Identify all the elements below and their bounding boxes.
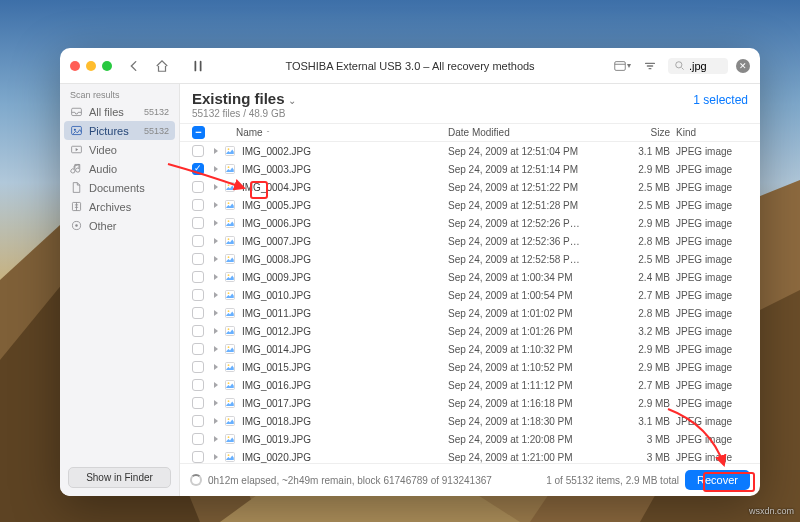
row-checkbox[interactable]: [192, 271, 204, 283]
svg-point-39: [228, 364, 230, 366]
sidebar-item-all-files[interactable]: All files55132: [60, 102, 179, 121]
jpeg-file-icon: [224, 433, 236, 445]
svg-point-27: [228, 256, 230, 258]
disclosure-triangle-icon[interactable]: [214, 202, 218, 208]
master-checkbox[interactable]: [192, 126, 205, 139]
search-input[interactable]: [689, 60, 721, 72]
jpeg-file-icon: [224, 145, 236, 157]
row-checkbox[interactable]: [192, 343, 204, 355]
table-row[interactable]: IMG_0006.JPGSep 24, 2009 at 12:52:26 P…2…: [180, 214, 760, 232]
file-date: Sep 24, 2009 at 12:52:26 P…: [448, 218, 618, 229]
sidebar-item-label: All files: [89, 106, 124, 118]
disclosure-triangle-icon[interactable]: [214, 220, 218, 226]
sidebar-item-count: 55132: [144, 126, 169, 136]
table-row[interactable]: IMG_0014.JPGSep 24, 2009 at 1:10:32 PM2.…: [180, 340, 760, 358]
file-kind: JPEG image: [670, 362, 748, 373]
jpeg-file-icon: [224, 325, 236, 337]
filter-button[interactable]: [640, 56, 660, 76]
column-size[interactable]: Size: [618, 127, 670, 138]
svg-point-33: [228, 310, 230, 312]
sidebar-item-pictures[interactable]: Pictures55132: [64, 121, 175, 140]
row-checkbox[interactable]: [192, 433, 204, 445]
table-row[interactable]: IMG_0003.JPGSep 24, 2009 at 12:51:14 PM2…: [180, 160, 760, 178]
disclosure-triangle-icon[interactable]: [214, 382, 218, 388]
svg-point-21: [228, 202, 230, 204]
disclosure-triangle-icon[interactable]: [214, 400, 218, 406]
disclosure-triangle-icon[interactable]: [214, 292, 218, 298]
row-checkbox[interactable]: [192, 253, 204, 265]
file-name: IMG_0011.JPG: [242, 308, 311, 319]
disclosure-triangle-icon[interactable]: [214, 274, 218, 280]
column-name[interactable]: Nameˆ: [214, 127, 448, 138]
page-title[interactable]: Existing files: [192, 90, 285, 107]
minimize-window-button[interactable]: [86, 61, 96, 71]
sidebar-item-other[interactable]: Other: [60, 216, 179, 235]
pause-button[interactable]: [188, 56, 208, 76]
jpeg-file-icon: [224, 415, 236, 427]
jpeg-file-icon: [224, 235, 236, 247]
table-row[interactable]: IMG_0007.JPGSep 24, 2009 at 12:52:36 P…2…: [180, 232, 760, 250]
disclosure-triangle-icon[interactable]: [214, 436, 218, 442]
table-row[interactable]: IMG_0010.JPGSep 24, 2009 at 1:00:54 PM2.…: [180, 286, 760, 304]
close-window-button[interactable]: [70, 61, 80, 71]
disclosure-triangle-icon[interactable]: [214, 148, 218, 154]
column-date[interactable]: Date Modified: [448, 127, 618, 138]
table-row[interactable]: IMG_0011.JPGSep 24, 2009 at 1:01:02 PM2.…: [180, 304, 760, 322]
clear-search-button[interactable]: ✕: [736, 59, 750, 73]
row-checkbox[interactable]: [192, 307, 204, 319]
table-row[interactable]: IMG_0002.JPGSep 24, 2009 at 12:51:04 PM3…: [180, 142, 760, 160]
show-in-finder-button[interactable]: Show in Finder: [68, 467, 171, 488]
titlebar: TOSHIBA External USB 3.0 – All recovery …: [60, 48, 760, 84]
column-kind[interactable]: Kind: [670, 127, 748, 138]
disclosure-triangle-icon[interactable]: [214, 418, 218, 424]
table-row[interactable]: IMG_0009.JPGSep 24, 2009 at 1:00:34 PM2.…: [180, 268, 760, 286]
row-checkbox[interactable]: [192, 415, 204, 427]
svg-point-31: [228, 292, 230, 294]
sidebar-item-archives[interactable]: Archives: [60, 197, 179, 216]
sidebar-item-documents[interactable]: Documents: [60, 178, 179, 197]
view-options-button[interactable]: ▾: [612, 56, 632, 76]
disclosure-triangle-icon[interactable]: [214, 238, 218, 244]
disclosure-triangle-icon[interactable]: [214, 310, 218, 316]
file-date: Sep 24, 2009 at 12:52:36 P…: [448, 236, 618, 247]
file-name: IMG_0010.JPG: [242, 290, 311, 301]
disclosure-triangle-icon[interactable]: [214, 454, 218, 460]
file-size: 2.7 MB: [618, 290, 670, 301]
disclosure-triangle-icon[interactable]: [214, 328, 218, 334]
file-kind: JPEG image: [670, 308, 748, 319]
search-field[interactable]: [668, 58, 728, 74]
table-row[interactable]: IMG_0015.JPGSep 24, 2009 at 1:10:52 PM2.…: [180, 358, 760, 376]
row-checkbox[interactable]: [192, 145, 204, 157]
row-checkbox[interactable]: [192, 199, 204, 211]
sort-indicator-icon: ˆ: [267, 129, 270, 138]
row-checkbox[interactable]: [192, 451, 204, 463]
zoom-window-button[interactable]: [102, 61, 112, 71]
sidebar-item-audio[interactable]: Audio: [60, 159, 179, 178]
svg-point-29: [228, 274, 230, 276]
back-button[interactable]: [124, 56, 144, 76]
row-checkbox[interactable]: [192, 361, 204, 373]
row-checkbox[interactable]: [192, 289, 204, 301]
disclosure-triangle-icon[interactable]: [214, 364, 218, 370]
sidebar-item-label: Archives: [89, 201, 131, 213]
home-button[interactable]: [152, 56, 172, 76]
disclosure-triangle-icon[interactable]: [214, 346, 218, 352]
table-row[interactable]: IMG_0008.JPGSep 24, 2009 at 12:52:58 P…2…: [180, 250, 760, 268]
row-checkbox[interactable]: [192, 397, 204, 409]
row-checkbox[interactable]: [192, 379, 204, 391]
table-row[interactable]: IMG_0012.JPGSep 24, 2009 at 1:01:26 PM3.…: [180, 322, 760, 340]
file-date: Sep 24, 2009 at 1:21:00 PM: [448, 452, 618, 463]
sidebar-item-video[interactable]: Video: [60, 140, 179, 159]
file-name: IMG_0002.JPG: [242, 146, 311, 157]
table-row[interactable]: IMG_0005.JPGSep 24, 2009 at 12:51:28 PM2…: [180, 196, 760, 214]
video-icon: [70, 143, 83, 156]
row-checkbox[interactable]: [192, 325, 204, 337]
audio-icon: [70, 162, 83, 175]
row-checkbox[interactable]: [192, 235, 204, 247]
svg-point-35: [228, 328, 230, 330]
table-row[interactable]: IMG_0016.JPGSep 24, 2009 at 1:11:12 PM2.…: [180, 376, 760, 394]
row-checkbox[interactable]: [192, 217, 204, 229]
file-kind: JPEG image: [670, 182, 748, 193]
file-date: Sep 24, 2009 at 1:11:12 PM: [448, 380, 618, 391]
disclosure-triangle-icon[interactable]: [214, 256, 218, 262]
